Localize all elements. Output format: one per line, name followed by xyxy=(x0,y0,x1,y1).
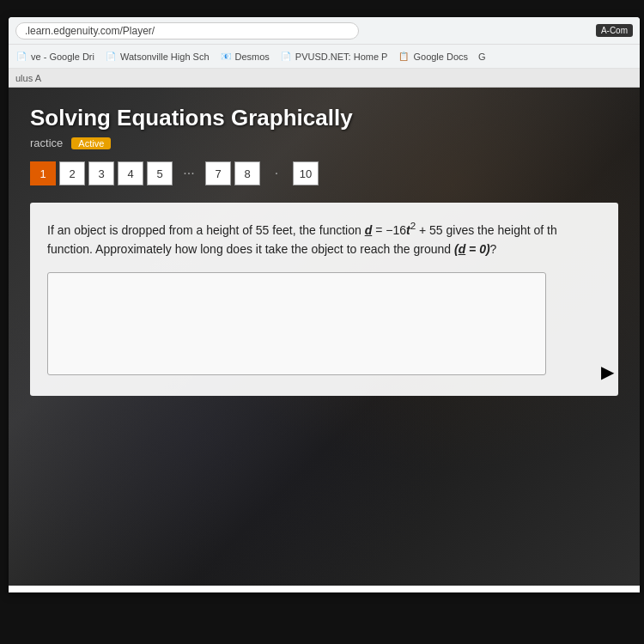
question-end: ? xyxy=(490,242,497,256)
condition: (d = 0) xyxy=(454,242,490,256)
bookmark-label-3: Desmos xyxy=(235,52,270,62)
nav-btn-7[interactable]: 7 xyxy=(205,161,231,185)
url-bar[interactable]: .learn.edgenuity.com/Player/ xyxy=(15,22,359,39)
browser-window: .learn.edgenuity.com/Player/ A-Com 📄 ve … xyxy=(9,17,640,592)
gdocs-icon: 📋 xyxy=(398,51,410,63)
bookmark-desmos[interactable]: 📧 Desmos xyxy=(220,51,270,63)
tab-bar: ulus A xyxy=(9,69,640,88)
bookmark-label: ve - Google Dri xyxy=(31,52,94,62)
answer-input[interactable] xyxy=(47,272,546,375)
nav-btn-10[interactable]: 10 xyxy=(293,161,319,185)
pvusd-icon: 📄 xyxy=(280,51,292,63)
bookmark-g[interactable]: G xyxy=(478,52,486,62)
url-text: .learn.edgenuity.com/Player/ xyxy=(25,25,155,37)
doc-icon: 📄 xyxy=(15,51,27,63)
bookmark-label-2: Watsonville High Sch xyxy=(120,52,210,62)
desmos-icon: 📧 xyxy=(220,51,232,63)
address-bar: .learn.edgenuity.com/Player/ A-Com xyxy=(9,17,640,45)
bookmark-google-docs[interactable]: 📋 Google Docs xyxy=(398,51,468,63)
bookmark-watsonville[interactable]: 📄 Watsonville High Sch xyxy=(105,51,210,63)
nav-btn-8[interactable]: 8 xyxy=(234,161,260,185)
content-area: Solving Equations Graphically ractice Ac… xyxy=(9,88,640,586)
a-com-badge: A-Com xyxy=(596,24,633,37)
nav-btn-4[interactable]: 4 xyxy=(118,161,143,185)
number-navigation: 1 2 3 4 5 ··· 7 8 · 10 xyxy=(30,161,618,185)
subtitle-row: ractice Active xyxy=(30,137,618,149)
nav-gap-2: · xyxy=(264,161,289,185)
bookmark-label-4: PVUSD.NET: Home P xyxy=(295,52,388,62)
formula: d xyxy=(365,223,373,237)
question-part2: gives the height of th xyxy=(443,223,557,237)
screen-bezel: .learn.edgenuity.com/Player/ A-Com 📄 ve … xyxy=(0,0,644,644)
question-text: If an object is dropped from a height of… xyxy=(47,218,601,258)
bookmark-label-6: G xyxy=(478,52,486,62)
nav-btn-3[interactable]: 3 xyxy=(88,161,114,185)
bookmark-google-drive[interactable]: 📄 ve - Google Dri xyxy=(15,51,94,63)
question-equals: = −16t2 + 55 xyxy=(372,223,442,237)
nav-btn-1[interactable]: 1 xyxy=(30,161,56,185)
active-badge: Active xyxy=(71,137,111,149)
doc-icon-2: 📄 xyxy=(105,51,117,63)
mouse-cursor: ▶ xyxy=(601,361,614,382)
bookmarks-bar: 📄 ve - Google Dri 📄 Watsonville High Sch… xyxy=(9,45,640,69)
bookmark-pvusd[interactable]: 📄 PVUSD.NET: Home P xyxy=(280,51,388,63)
question-area: If an object is dropped from a height of… xyxy=(30,203,618,396)
nav-btn-2[interactable]: 2 xyxy=(59,161,85,185)
question-part1: If an object is dropped from a height of… xyxy=(47,223,365,237)
d-condition: d xyxy=(459,242,466,256)
bookmark-label-5: Google Docs xyxy=(413,52,468,62)
subtitle-text: ractice xyxy=(30,137,63,149)
nav-btn-5[interactable]: 5 xyxy=(147,161,173,185)
tab-label: ulus A xyxy=(15,73,41,83)
question-part3: function. Approximately how long does it… xyxy=(47,242,454,256)
page-title: Solving Equations Graphically xyxy=(30,105,618,131)
nav-gap: ··· xyxy=(176,161,202,185)
